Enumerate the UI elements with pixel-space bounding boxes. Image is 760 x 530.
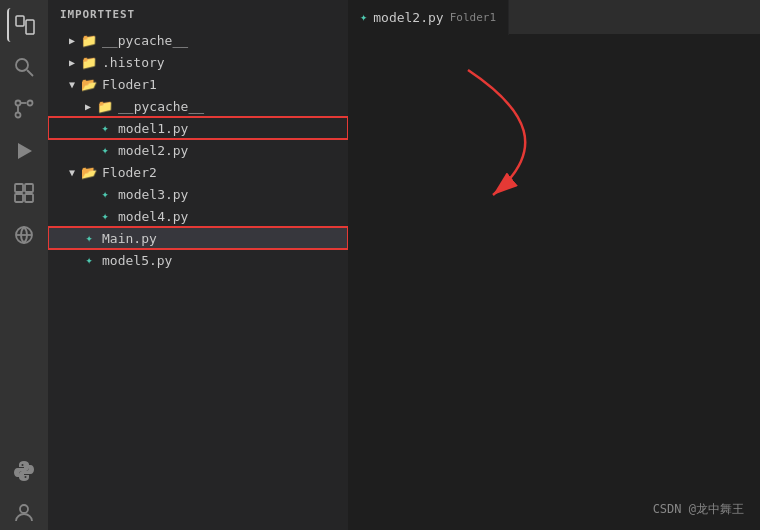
search-icon[interactable] — [7, 50, 41, 84]
tree-item-floder2[interactable]: ▼ 📂 Floder2 — [48, 161, 348, 183]
tree-item-model1[interactable]: ▶ ✦ model1.py — [48, 117, 348, 139]
svg-marker-7 — [18, 143, 32, 159]
tree-label-floder2: Floder2 — [102, 165, 157, 180]
tree-item-pycache-floder1[interactable]: ▶ 📁 __pycache__ — [48, 95, 348, 117]
python-file-icon-model3: ✦ — [96, 185, 114, 203]
debug-icon[interactable] — [7, 134, 41, 168]
tab-python-icon: ✦ — [360, 10, 367, 24]
tab-folder: Folder1 — [450, 11, 496, 24]
folder-icon-floder2: 📂 — [80, 163, 98, 181]
extensions-icon[interactable] — [7, 176, 41, 210]
svg-line-3 — [27, 70, 33, 76]
folder-arrow-pycache-root: ▶ — [64, 32, 80, 48]
folder-arrow-history: ▶ — [64, 54, 80, 70]
account-icon[interactable] — [7, 496, 41, 530]
tree-item-model2[interactable]: ▶ ✦ model2.py — [48, 139, 348, 161]
active-tab[interactable]: ✦ model2.py Folder1 — [348, 0, 509, 35]
tree-label-pycache-root: __pycache__ — [102, 33, 188, 48]
folder-icon-pycache-floder1: 📁 — [96, 97, 114, 115]
tree-item-model3[interactable]: ▶ ✦ model3.py — [48, 183, 348, 205]
svg-rect-0 — [16, 16, 24, 26]
tree-label-model4: model4.py — [118, 209, 188, 224]
watermark: CSDN @龙中舞王 — [653, 501, 744, 518]
svg-rect-1 — [26, 20, 34, 34]
svg-point-6 — [16, 101, 21, 106]
python-file-icon-model4: ✦ — [96, 207, 114, 225]
folder-icon-pycache-root: 📁 — [80, 31, 98, 49]
files-icon[interactable] — [7, 8, 41, 42]
python-file-icon-model2: ✦ — [96, 141, 114, 159]
source-control-icon[interactable] — [7, 92, 41, 126]
python-file-icon-model5: ✦ — [80, 251, 98, 269]
remote-icon[interactable] — [7, 218, 41, 252]
tree-item-model5[interactable]: ▶ ✦ model5.py — [48, 249, 348, 271]
activity-bar — [0, 0, 48, 530]
svg-rect-10 — [15, 194, 23, 202]
folder-icon-history: 📁 — [80, 53, 98, 71]
tree-item-main[interactable]: ▶ ✦ Main.py — [48, 227, 348, 249]
tree-label-model2: model2.py — [118, 143, 188, 158]
annotation-layer — [348, 0, 760, 530]
tree-label-history: .history — [102, 55, 165, 70]
python-file-icon-main: ✦ — [80, 229, 98, 247]
tree-label-model5: model5.py — [102, 253, 172, 268]
tab-bar: ✦ model2.py Folder1 — [348, 0, 760, 35]
folder-icon-floder1: 📂 — [80, 75, 98, 93]
tree-item-model4[interactable]: ▶ ✦ model4.py — [48, 205, 348, 227]
sidebar: IMPORTTEST ▶ 📁 __pycache__ ▶ 📁 .history … — [48, 0, 348, 530]
tree-label-main: Main.py — [102, 231, 157, 246]
python-file-icon-model1: ✦ — [96, 119, 114, 137]
python-icon[interactable] — [7, 454, 41, 488]
svg-point-2 — [16, 59, 28, 71]
svg-rect-9 — [25, 184, 33, 192]
svg-point-4 — [16, 113, 21, 118]
file-tree: ▶ 📁 __pycache__ ▶ 📁 .history ▼ 📂 Floder1… — [48, 29, 348, 530]
folder-arrow-floder2: ▼ — [64, 164, 80, 180]
tree-item-floder1[interactable]: ▼ 📂 Floder1 — [48, 73, 348, 95]
folder-arrow-floder1: ▼ — [64, 76, 80, 92]
tab-filename: model2.py — [373, 10, 443, 25]
tree-item-pycache-root[interactable]: ▶ 📁 __pycache__ — [48, 29, 348, 51]
sidebar-header: IMPORTTEST — [48, 0, 348, 29]
svg-point-5 — [28, 101, 33, 106]
svg-point-14 — [20, 505, 28, 513]
tree-label-floder1: Floder1 — [102, 77, 157, 92]
main-content: ✦ model2.py Folder1 CSDN @龙中舞王 — [348, 0, 760, 530]
svg-rect-11 — [25, 194, 33, 202]
tree-label-model1: model1.py — [118, 121, 188, 136]
folder-arrow-pycache-floder1: ▶ — [80, 98, 96, 114]
tree-label-model3: model3.py — [118, 187, 188, 202]
svg-rect-8 — [15, 184, 23, 192]
tree-item-history[interactable]: ▶ 📁 .history — [48, 51, 348, 73]
tree-label-pycache-floder1: __pycache__ — [118, 99, 204, 114]
